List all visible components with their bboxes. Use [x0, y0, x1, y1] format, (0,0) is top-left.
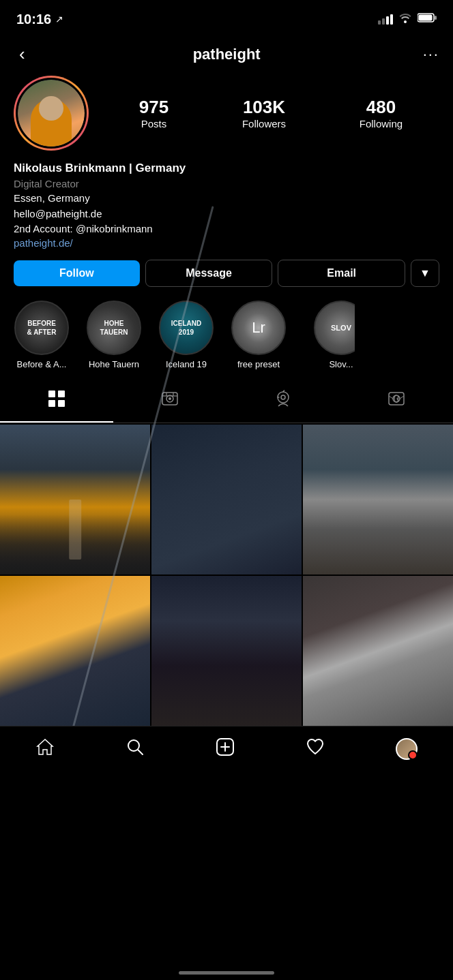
- stats-row: 975 Posts 103K Followers 480 Following: [102, 97, 439, 129]
- avatar-inner: [16, 78, 87, 149]
- nav-profile[interactable]: [385, 735, 428, 763]
- home-indicator: [179, 971, 274, 975]
- nav-search[interactable]: [115, 735, 156, 764]
- back-button[interactable]: ‹: [14, 41, 31, 67]
- svg-line-18: [400, 396, 404, 399]
- profile-section: 975 Posts 103K Followers 480 Following: [0, 76, 453, 162]
- grid-item-3[interactable]: [303, 425, 453, 575]
- grid-photo-5: [151, 576, 302, 726]
- avatar: [18, 80, 85, 147]
- highlights-row: BEFORE & AFTER Before & A... HOHE TAUERN…: [0, 301, 453, 369]
- profile-username: patheight: [193, 46, 261, 63]
- posts-label: Posts: [139, 118, 169, 129]
- following-label: Following: [360, 118, 403, 129]
- svg-rect-3: [48, 391, 55, 397]
- dropdown-button[interactable]: ▼: [411, 260, 439, 287]
- highlight-label-before: Before & A...: [17, 359, 67, 369]
- status-time: 10:16: [16, 12, 51, 27]
- svg-point-20: [128, 740, 139, 751]
- svg-line-21: [138, 750, 143, 754]
- tab-reels[interactable]: [113, 380, 227, 423]
- followers-count: 103K: [242, 97, 286, 118]
- highlights-section: BEFORE & AFTER Before & A... HOHE TAUERN…: [0, 301, 453, 380]
- highlight-circle-before: BEFORE & AFTER: [14, 301, 69, 355]
- svg-point-14: [281, 395, 285, 399]
- more-options-button[interactable]: ···: [423, 46, 439, 63]
- bio-email: hello@patheight.de: [14, 206, 439, 222]
- highlight-item-hohe[interactable]: HOHE TAUERN Hohe Tauern: [83, 301, 145, 369]
- battery-icon: [418, 13, 437, 25]
- highlight-item-iceland[interactable]: ICELAND 2019 Iceland 19: [156, 301, 217, 369]
- add-icon: [216, 737, 235, 761]
- email-button[interactable]: Email: [278, 260, 405, 287]
- heart-icon: [306, 737, 325, 761]
- highlight-circle-hohe: HOHE TAUERN: [87, 301, 141, 355]
- highlight-label-slov: Slov...: [329, 359, 353, 369]
- bio-name: Nikolaus Brinkmann | Germany: [14, 162, 439, 175]
- bottom-nav: [0, 726, 453, 780]
- message-button[interactable]: Message: [145, 260, 273, 287]
- svg-rect-15: [389, 393, 404, 405]
- svg-rect-2: [419, 15, 433, 21]
- following-stat[interactable]: 480 Following: [360, 97, 403, 129]
- nav-add[interactable]: [205, 735, 246, 764]
- highlight-circle-lr: Lr: [231, 301, 286, 355]
- posts-count: 975: [139, 97, 169, 118]
- tab-tagged[interactable]: [227, 380, 340, 423]
- avatar-container[interactable]: [14, 76, 89, 151]
- bio-website[interactable]: patheight.de/: [14, 237, 439, 249]
- search-icon: [126, 737, 145, 761]
- highlight-item-before[interactable]: BEFORE & AFTER Before & A...: [11, 301, 72, 369]
- nav-likes[interactable]: [295, 735, 336, 764]
- status-bar: 10:16 ↗: [0, 0, 453, 35]
- grid-photo-3: [303, 425, 453, 575]
- highlight-circle-slov: SLOV: [314, 301, 355, 355]
- nav-home[interactable]: [25, 735, 65, 764]
- home-icon: [35, 737, 55, 761]
- tagged-icon: [274, 390, 292, 412]
- following-count: 480: [360, 97, 403, 118]
- action-buttons: Follow Message Email ▼: [0, 260, 453, 301]
- follow-button[interactable]: Follow: [14, 260, 140, 286]
- wifi-icon: [398, 12, 412, 26]
- grid-photo-6: [303, 576, 453, 726]
- followers-label: Followers: [242, 118, 286, 129]
- status-icons: [378, 12, 437, 26]
- grid-photo-4: [0, 576, 150, 726]
- svg-point-9: [169, 397, 171, 400]
- svg-rect-5: [48, 400, 55, 407]
- location-arrow-icon: ↗: [55, 14, 63, 25]
- svg-line-17: [389, 396, 393, 399]
- grid-photo-1: [0, 425, 150, 575]
- grid-item-1[interactable]: [0, 425, 150, 575]
- followers-stat[interactable]: 103K Followers: [242, 97, 286, 129]
- highlight-label-lr: free preset: [237, 359, 280, 369]
- grid-item-2[interactable]: [151, 425, 302, 575]
- header: ‹ patheight ···: [0, 35, 453, 76]
- grid-item-4[interactable]: [0, 576, 150, 726]
- grid-photo-2: [151, 425, 302, 575]
- highlight-item-slov[interactable]: SLOV Slov...: [300, 301, 355, 369]
- tabs-bar: [0, 380, 453, 423]
- bio-section: Nikolaus Brinkmann | Germany Digital Cre…: [0, 162, 453, 260]
- mentions-icon: [388, 390, 405, 412]
- nav-profile-avatar: [396, 738, 418, 760]
- bio-location: Essen, Germany: [14, 191, 439, 206]
- photo-grid: [0, 425, 453, 726]
- svg-rect-1: [435, 16, 437, 20]
- tab-grid[interactable]: [0, 380, 113, 423]
- avatar-ring: [14, 76, 89, 151]
- tab-mentions[interactable]: [340, 380, 453, 423]
- bio-category: Digital Creator: [14, 178, 439, 189]
- svg-rect-4: [58, 391, 65, 397]
- posts-stat[interactable]: 975 Posts: [139, 97, 169, 129]
- svg-rect-6: [58, 400, 65, 407]
- highlight-item-lr[interactable]: Lr free preset: [228, 301, 289, 369]
- signal-bars-icon: [378, 14, 393, 25]
- grid-item-5[interactable]: [151, 576, 302, 726]
- highlight-label-hohe: Hohe Tauern: [89, 359, 139, 369]
- grid-icon: [48, 390, 65, 412]
- bio-second-account: 2nd Account: @nikobrinkmann: [14, 221, 439, 237]
- grid-item-6[interactable]: [303, 576, 453, 726]
